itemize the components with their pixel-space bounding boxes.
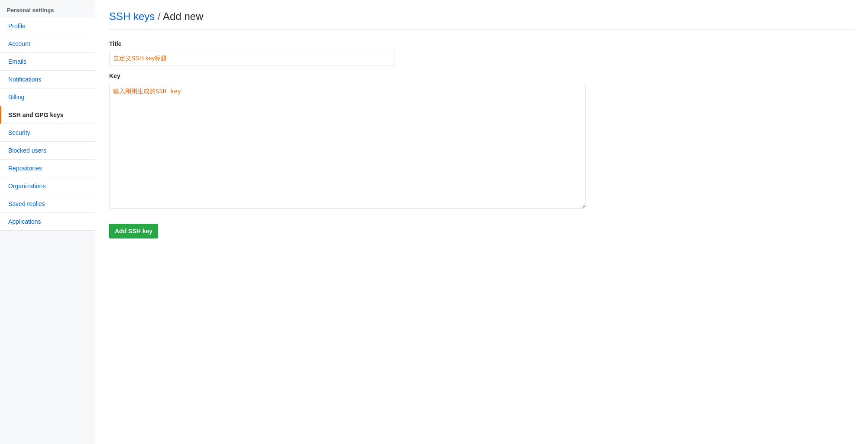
key-form-group: Key bbox=[109, 72, 854, 210]
form-section: Title Key Add SSH key bbox=[109, 40, 854, 238]
sidebar-item-applications[interactable]: Applications bbox=[0, 213, 95, 230]
sidebar-item-ssh-gpg-keys[interactable]: SSH and GPG keys bbox=[0, 106, 95, 124]
sidebar-item-profile[interactable]: Profile bbox=[0, 17, 95, 35]
sidebar-item-account[interactable]: Account bbox=[0, 35, 95, 52]
sidebar-item-notifications[interactable]: Notifications bbox=[0, 71, 95, 88]
add-ssh-key-button[interactable]: Add SSH key bbox=[109, 224, 158, 238]
sidebar-item-saved-replies[interactable]: Saved replies bbox=[0, 195, 95, 212]
sidebar-item-organizations[interactable]: Organizations bbox=[0, 177, 95, 195]
sidebar-item-emails[interactable]: Emails bbox=[0, 53, 95, 70]
sidebar-item-repositories[interactable]: Repositories bbox=[0, 160, 95, 177]
main-content: SSH keys / Add new Title Key Add SSH key bbox=[95, 0, 868, 444]
sidebar-item-billing[interactable]: Billing bbox=[0, 88, 95, 106]
sidebar: Personal settings ProfileAccountEmailsNo… bbox=[0, 0, 95, 444]
key-label: Key bbox=[109, 72, 854, 79]
title-label: Title bbox=[109, 40, 854, 47]
sidebar-item-security[interactable]: Security bbox=[0, 124, 95, 141]
breadcrumb-separator: / bbox=[155, 10, 163, 22]
sidebar-item-blocked-users[interactable]: Blocked users bbox=[0, 142, 95, 159]
title-input[interactable] bbox=[109, 51, 395, 65]
sidebar-nav: ProfileAccountEmailsNotificationsBilling… bbox=[0, 17, 95, 231]
key-textarea[interactable] bbox=[109, 83, 586, 209]
page-title: SSH keys / Add new bbox=[109, 10, 854, 30]
breadcrumb-link[interactable]: SSH keys bbox=[109, 10, 155, 22]
breadcrumb-current: Add new bbox=[163, 10, 203, 22]
sidebar-header: Personal settings bbox=[0, 0, 95, 17]
title-form-group: Title bbox=[109, 40, 854, 65]
